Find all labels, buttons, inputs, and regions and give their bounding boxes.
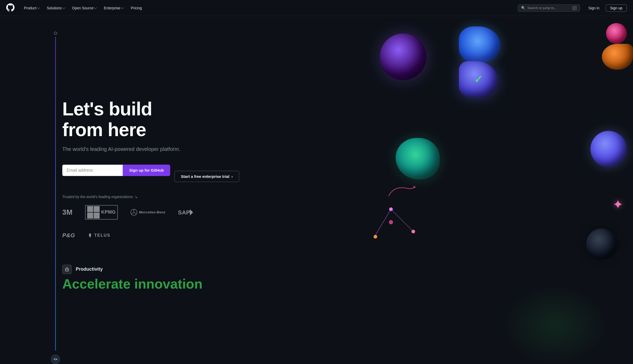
hero-subtitle: The world's leading AI-powered developer… [62,146,197,152]
nav-opensource-label: Open Source [72,6,94,10]
orb-orange [602,44,633,70]
github-logo[interactable] [6,3,15,13]
dot-n2 [374,235,377,239]
svg-marker-3 [414,186,416,188]
enterprise-button-label: Start a free enterprise trial [181,174,229,179]
hero-cta-row: Sign up for GitHub Start a free enterpri… [62,165,197,188]
nav-enterprise-chevron [121,6,124,9]
gradient-bg [503,286,607,364]
brand-mercedes: Mercedes-Benz [130,209,166,216]
productivity-title: Accelerate innovation [0,276,633,292]
brand-sap: SAP [178,209,194,216]
nav-solutions-label: Solutions [47,6,62,10]
nav-product-label: Product [24,6,36,10]
nav-product-chevron [37,6,40,9]
nav-enterprise[interactable]: Enterprise [101,4,127,12]
enterprise-trial-button[interactable]: Start a free enterprise trial › [174,171,239,182]
briefcase-icon [64,267,70,272]
star-icon: ✦ [613,197,623,212]
code-icon: <> [51,355,60,364]
svg-line-1 [391,209,412,230]
productivity-icon [62,265,72,274]
svg-line-0 [375,209,391,235]
nav-opensource-chevron [94,6,97,9]
navbar: Product Solutions Open Source Enterprise… [0,0,633,16]
nav-solutions[interactable]: Solutions [44,4,68,12]
orb-pink [606,23,627,44]
orb-cat [396,138,440,179]
brand-kpmg: KPMG [85,205,118,220]
scatter-dots [374,207,415,239]
dot-n1 [389,207,393,211]
orb-blue-helmet [459,26,500,63]
green-arrow-svg [386,183,417,199]
trusted-arrow: ↘ [134,195,137,199]
mercedes-icon [130,209,137,216]
email-input[interactable] [62,165,123,176]
productivity-section: Productivity [0,254,633,274]
orb-purple [380,33,426,80]
svg-point-2 [389,220,393,224]
brand-telus: TELUS [87,233,110,238]
nav-solutions-chevron [62,6,65,9]
signup-github-button[interactable]: Sign up for GitHub [123,165,170,176]
dot-n3 [411,230,415,233]
nav-pricing[interactable]: Pricing [128,4,145,12]
search-shortcut: / [572,6,577,10]
dot-connections-svg [374,207,415,239]
hero-trusted: Trusted by the world's leading organizat… [62,195,197,239]
hero-visual: ✓ ✦ [316,16,633,364]
nav-enterprise-label: Enterprise [104,6,120,10]
enterprise-arrow: › [231,174,233,179]
search-bar[interactable]: 🔍 Search or jump to... / [518,4,580,12]
check-symbol: ✓ [474,73,483,85]
search-placeholder: Search or jump to... [527,6,570,10]
hero-content: Let's build from here The world's leadin… [0,83,197,254]
hero-section: <> ✓ ✦ [0,16,633,364]
nav-links: Product Solutions Open Source Enterprise… [21,4,518,12]
signup-button[interactable]: Sign up [606,4,627,12]
nav-product[interactable]: Product [21,4,43,12]
trusted-text: Trusted by the world's leading organizat… [62,195,197,199]
nav-auth: Sign in Sign up [584,4,627,12]
productivity-label: Productivity [76,267,103,272]
hero-form: Sign up for GitHub [62,165,170,176]
svg-marker-6 [190,209,193,215]
brand-logos: 3M KPMG Mercedes-B [62,205,197,239]
search-icon: 🔍 [521,6,525,10]
timeline-dot [54,32,57,35]
brand-pg: P&G [62,232,75,239]
nav-opensource[interactable]: Open Source [69,4,100,12]
orb-blue-round [590,131,627,167]
signin-button[interactable]: Sign in [584,5,604,11]
hero-title: Let's build from here [62,99,197,140]
telus-icon [87,233,93,238]
svg-text:SAP: SAP [178,209,190,216]
brand-3m: 3M [62,208,73,216]
nav-pricing-label: Pricing [131,6,142,10]
orb-check-mark: ✓ [459,61,498,97]
sap-logo-svg: SAP [178,209,194,216]
